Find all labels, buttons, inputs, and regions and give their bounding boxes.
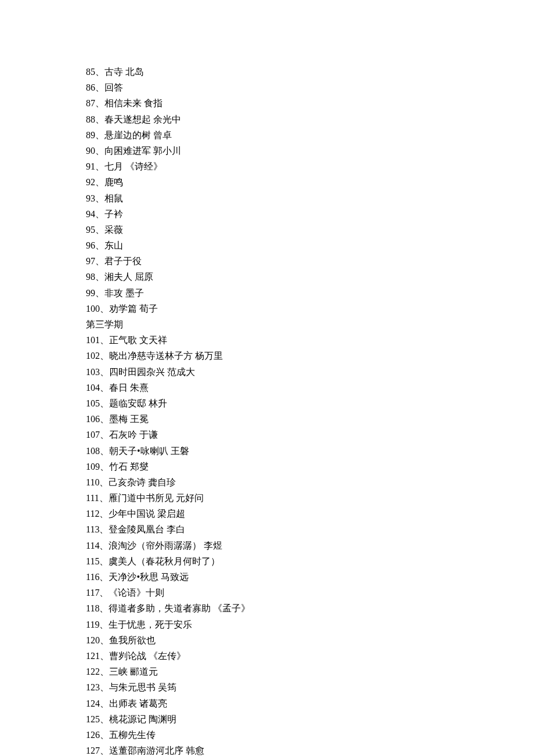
- list-item: 94、子衿: [86, 206, 534, 222]
- list-item: 121、曹刿论战 《左传》: [86, 648, 534, 664]
- list-item: 122、三峡 郦道元: [86, 664, 534, 679]
- list-item: 117、《论语》十则: [86, 585, 534, 600]
- list-item: 95、采薇: [86, 222, 534, 237]
- list-item: 115、虞美人（春花秋月何时了）: [86, 553, 534, 569]
- list-item: 120、鱼我所欲也: [86, 632, 534, 648]
- list-item: 124、出师表 诸葛亮: [86, 696, 534, 711]
- list-item: 93、相鼠: [86, 190, 534, 206]
- list-item: 107、石灰吟 于谦: [86, 427, 534, 442]
- list-item: 100、劝学篇 荀子: [86, 301, 534, 316]
- list-item: 97、君子于役: [86, 253, 534, 269]
- list-item: 90、向困难进军 郭小川: [86, 143, 534, 159]
- list-item: 91、七月 《诗经》: [86, 159, 534, 174]
- list-item: 99、非攻 墨子: [86, 285, 534, 301]
- list-item: 92、鹿鸣: [86, 174, 534, 190]
- list-item: 第三学期: [86, 316, 534, 332]
- list-item: 89、悬崖边的树 曾卓: [86, 127, 534, 143]
- list-item: 126、五柳先生传: [86, 727, 534, 743]
- list-item: 98、湘夫人 屈原: [86, 269, 534, 285]
- list-item: 110、己亥杂诗 龚自珍: [86, 474, 534, 490]
- list-item: 87、相信未来 食指: [86, 95, 534, 111]
- list-item: 88、春天遂想起 余光中: [86, 111, 534, 127]
- list-item: 113、登金陵凤凰台 李白: [86, 521, 534, 537]
- list-item: 96、东山: [86, 237, 534, 253]
- list-item: 114、浪淘沙（帘外雨潺潺） 李煜: [86, 538, 534, 553]
- list-item: 102、晓出净慈寺送林子方 杨万里: [86, 348, 534, 363]
- document-body: 85、古寺 北岛86、回答87、相信未来 食指88、春天遂想起 余光中89、悬崖…: [86, 64, 534, 756]
- list-item: 118、得道者多助，失道者寡助 《孟子》: [86, 600, 534, 616]
- list-item: 108、朝天子•咏喇叭 王磐: [86, 443, 534, 459]
- list-item: 127、送董邵南游河北序 韩愈: [86, 743, 534, 756]
- list-item: 86、回答: [86, 80, 534, 95]
- list-item: 105、题临安邸 林升: [86, 395, 534, 411]
- list-item: 119、生于忧患，死于安乐: [86, 617, 534, 632]
- list-item: 123、与朱元思书 吴筠: [86, 679, 534, 695]
- list-item: 103、四时田园杂兴 范成大: [86, 364, 534, 380]
- list-item: 109、竹石 郑燮: [86, 459, 534, 474]
- list-item: 112、少年中国说 梁启超: [86, 506, 534, 521]
- list-item: 125、桃花源记 陶渊明: [86, 711, 534, 727]
- list-item: 104、春日 朱熹: [86, 380, 534, 395]
- list-item: 111、雁门道中书所见 元好问: [86, 490, 534, 506]
- list-item: 116、天净沙•秋思 马致远: [86, 569, 534, 585]
- list-item: 85、古寺 北岛: [86, 64, 534, 80]
- list-item: 106、墨梅 王冕: [86, 411, 534, 427]
- list-item: 101、正气歌 文天祥: [86, 332, 534, 348]
